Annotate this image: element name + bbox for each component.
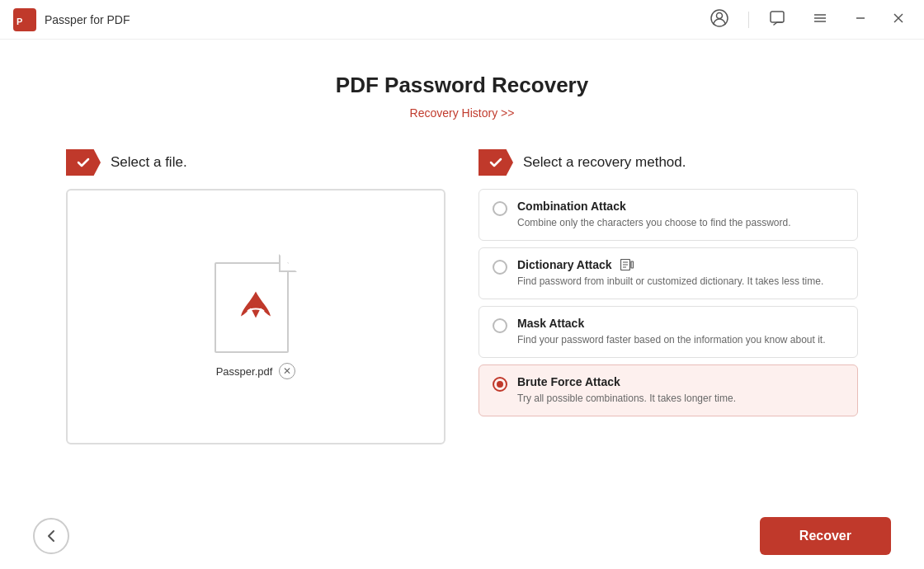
- method-name-brute: Brute Force Attack: [517, 375, 736, 388]
- method-desc-dictionary: Find password from inbuilt or customized…: [517, 274, 823, 289]
- file-drop-zone[interactable]: Passper.pdf ✕: [66, 189, 446, 444]
- close-button[interactable]: [886, 9, 911, 31]
- step-badge-right: [478, 149, 513, 176]
- svg-rect-4: [771, 12, 784, 22]
- select-file-header: Select a file.: [66, 149, 446, 176]
- recover-button[interactable]: Recover: [760, 517, 891, 555]
- method-info-mask: Mask Attack Find your password faster ba…: [517, 317, 826, 347]
- method-desc-mask: Find your password faster based on the i…: [517, 332, 826, 347]
- method-item-dictionary[interactable]: Dictionary Attack Find password from inb…: [478, 247, 858, 299]
- back-button[interactable]: [33, 518, 69, 554]
- pdf-file-icon: [214, 254, 297, 353]
- svg-text:P: P: [16, 16, 22, 26]
- file-name-row: Passper.pdf ✕: [216, 363, 296, 379]
- radio-dictionary[interactable]: [493, 260, 507, 275]
- separator: [748, 12, 749, 28]
- pdf-file-container: Passper.pdf ✕: [214, 254, 297, 379]
- two-columns: Select a file.: [66, 149, 858, 444]
- app-icon: P: [13, 8, 36, 31]
- method-name-mask: Mask Attack: [517, 317, 826, 330]
- acrobat-icon: [234, 285, 277, 332]
- right-column: Select a recovery method. Combination At…: [478, 149, 858, 444]
- file-fold: [279, 254, 297, 272]
- title-bar-controls: [704, 6, 911, 34]
- left-column: Select a file.: [66, 149, 446, 444]
- select-file-label: Select a file.: [111, 154, 187, 171]
- method-desc-brute: Try all possible combinations. It takes …: [517, 391, 736, 406]
- radio-combination[interactable]: [493, 201, 507, 216]
- file-name: Passper.pdf: [216, 365, 273, 378]
- main-content: PDF Password Recovery Recovery History >…: [0, 40, 924, 569]
- user-icon-button[interactable]: [704, 6, 735, 34]
- remove-file-button[interactable]: ✕: [279, 363, 295, 379]
- method-name-combination: Combination Attack: [517, 200, 791, 213]
- bottom-bar: Recover: [0, 503, 924, 569]
- method-item-brute[interactable]: Brute Force Attack Try all possible comb…: [478, 364, 858, 416]
- method-info-brute: Brute Force Attack Try all possible comb…: [517, 375, 736, 406]
- chat-icon-button[interactable]: [762, 7, 792, 33]
- radio-dot-brute: [497, 381, 503, 388]
- select-method-label: Select a recovery method.: [523, 154, 686, 171]
- method-desc-combination: Combine only the characters you choose t…: [517, 215, 791, 230]
- svg-rect-12: [631, 261, 634, 268]
- method-list: Combination Attack Combine only the char…: [478, 189, 858, 416]
- step-badge-left: [66, 149, 101, 176]
- method-item-mask[interactable]: Mask Attack Find your password faster ba…: [478, 306, 858, 358]
- recovery-history-link[interactable]: Recovery History >>: [410, 106, 515, 120]
- method-name-dictionary: Dictionary Attack: [517, 258, 823, 271]
- select-method-header: Select a recovery method.: [478, 149, 858, 176]
- title-bar: P Passper for PDF: [0, 0, 924, 40]
- app-title: Passper for PDF: [45, 13, 130, 26]
- page-title: PDF Password Recovery: [336, 73, 588, 98]
- method-info-dictionary: Dictionary Attack Find password from inb…: [517, 258, 823, 289]
- method-item-combination[interactable]: Combination Attack Combine only the char…: [478, 189, 858, 241]
- menu-icon-button[interactable]: [805, 7, 835, 33]
- radio-brute[interactable]: [493, 377, 507, 392]
- title-bar-left: P Passper for PDF: [13, 8, 130, 31]
- svg-point-3: [717, 12, 723, 18]
- minimize-button[interactable]: [848, 9, 873, 31]
- method-info-combination: Combination Attack Combine only the char…: [517, 200, 791, 230]
- radio-mask[interactable]: [493, 318, 507, 333]
